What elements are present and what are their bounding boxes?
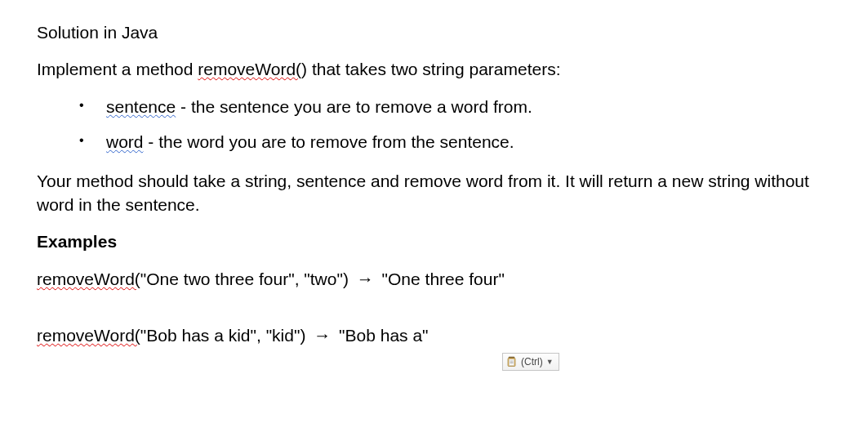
examples-heading-text: Examples [37,232,117,251]
arrow-icon: → [357,267,374,291]
param-desc: - the sentence you are to remove a word … [176,97,532,116]
example-call: removeWord( [37,326,140,345]
example-line: removeWord("One two three four", "two") … [37,267,831,291]
intro-prefix: Implement a method [37,60,198,78]
param-term: sentence [106,97,176,116]
param-desc: - the word you are to remove from the se… [144,132,514,151]
example-result: "Bob has a" [334,326,428,345]
method-name: removeWord( [198,60,301,78]
title-line: Solution in Java [37,20,831,44]
body-paragraph: Your method should take a string, senten… [37,169,831,217]
example-call: removeWord( [37,270,140,288]
body-text: Your method should take a string, senten… [37,172,809,214]
chevron-down-icon: ▼ [546,357,554,368]
title-text: Solution in Java [37,23,158,42]
intro-suffix: that takes two string parameters: [307,60,560,78]
parameter-list: sentence - the sentence you are to remov… [37,95,831,154]
example-args: "Bob has a kid", "kid") [140,326,310,345]
examples-heading: Examples [37,229,831,253]
arrow-icon: → [314,323,331,347]
list-item: word - the word you are to remove from t… [37,130,831,154]
paste-options-button[interactable]: (Ctrl) ▼ [502,353,559,372]
intro-line: Implement a method removeWord() that tak… [37,57,831,81]
example-line: removeWord("Bob has a kid", "kid") → "Bo… [37,323,831,347]
list-item: sentence - the sentence you are to remov… [37,95,831,118]
paste-label: (Ctrl) [521,355,543,369]
example-result: "One three four" [377,270,505,288]
clipboard-icon [506,356,518,368]
param-term: word [106,132,144,151]
example-args: "One two three four", "two") [140,270,354,288]
